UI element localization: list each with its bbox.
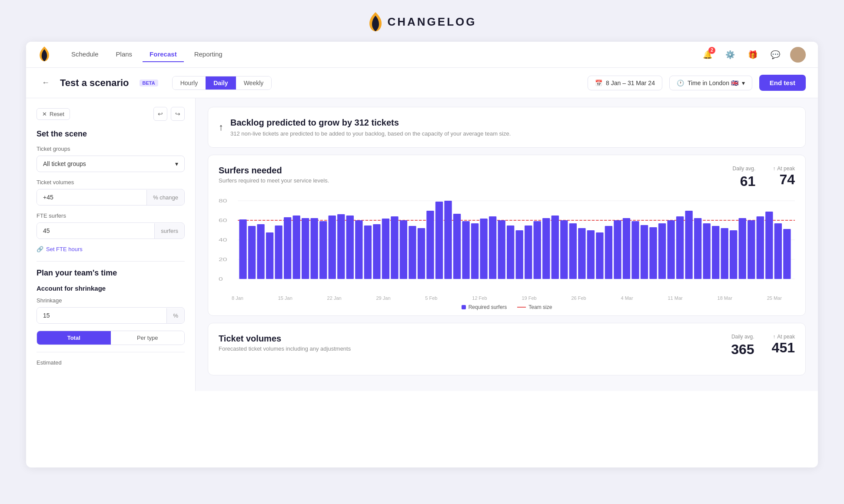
link-icon: 🔗 [37,246,43,252]
svg-rect-38 [480,219,487,279]
date-range-label: 8 Jan – 31 Mar 24 [606,80,655,86]
nav-forecast[interactable]: Forecast [143,47,184,62]
reset-button[interactable]: ✕ Reset [37,108,70,120]
svg-rect-69 [757,216,764,279]
svg-rect-13 [257,224,264,279]
svg-text:0: 0 [219,276,223,282]
svg-rect-57 [649,227,657,279]
svg-rect-55 [631,221,639,279]
legend-line-team [517,307,526,308]
shrinkage-input-group: % [37,307,185,324]
weekly-toggle[interactable]: Weekly [236,76,272,90]
svg-rect-48 [569,223,577,279]
gift-icon: 🎁 [748,50,758,60]
main-content: ↑ Backlog predicted to grow by 312 ticke… [196,98,818,391]
svg-text:40: 40 [219,237,227,242]
nav-plans[interactable]: Plans [109,47,140,62]
svg-rect-21 [329,216,336,279]
svg-rect-63 [703,223,710,279]
settings-button[interactable]: ⚙️ [722,47,738,63]
legend-surfers-label: Required surfers [469,304,507,310]
set-fte-hours-link[interactable]: 🔗 Set FTE hours [37,246,185,252]
surfers-subtitle: Surfers required to meet your service le… [219,177,329,184]
shrinkage-suffix: % [166,308,184,323]
x-label-11: 18 Mar [718,295,732,301]
svg-rect-52 [605,226,612,279]
daily-toggle[interactable]: Daily [206,76,236,90]
fte-surfers-input[interactable] [37,223,154,239]
surfers-stats: Daily avg. 61 ↑ At peak 74 [733,166,795,189]
surfers-card: Surfers needed Surfers required to meet … [208,155,806,316]
chevron-down-icon: ▾ [175,160,178,167]
undo-button[interactable]: ↩ [153,107,167,121]
sidebar-btn-row: ↩ ↪ [153,107,185,121]
svg-text:60: 60 [219,218,227,223]
x-label-9: 4 Mar [621,295,633,301]
ticket-volumes-input-group: % change [37,189,185,206]
time-toggle-group: Hourly Daily Weekly [172,76,272,90]
legend-dot-surfers [462,305,466,309]
svg-rect-32 [426,211,434,279]
end-test-button[interactable]: End test [759,75,806,91]
svg-rect-47 [560,220,568,279]
svg-rect-40 [498,220,505,279]
svg-rect-60 [676,216,684,279]
app-name: CHANGELOG [388,15,477,29]
ticket-volumes-stats: Daily avg. 365 ↑ At peak 451 [731,334,795,358]
surfers-peak-label: ↑ At peak [773,166,795,172]
ticket-daily-avg: Daily avg. 365 [731,334,754,358]
set-fte-hours-label: Set FTE hours [46,246,83,252]
sidebar-divider-2 [37,352,185,352]
svg-rect-15 [275,225,282,279]
redo-button[interactable]: ↪ [171,107,185,121]
back-button[interactable]: ← [38,76,53,89]
svg-rect-70 [765,212,773,279]
svg-rect-44 [534,221,541,279]
svg-rect-71 [774,223,782,279]
total-toggle[interactable]: Total [37,331,111,345]
ticket-volumes-left: Ticket volumes Forecasted ticket volumes… [219,334,351,352]
per-type-toggle[interactable]: Per type [111,331,185,345]
help-button[interactable]: 💬 [768,47,783,63]
hourly-toggle[interactable]: Hourly [173,76,206,90]
svg-rect-14 [266,232,273,279]
ticket-groups-select[interactable]: All ticket groups ▾ [37,156,185,172]
nav-right: 🔔 2 ⚙️ 🎁 💬 [700,47,806,63]
svg-rect-36 [462,221,469,279]
svg-rect-33 [435,202,443,279]
svg-rect-53 [614,220,621,279]
x-label-1: 8 Jan [232,295,243,301]
svg-rect-42 [516,230,523,279]
svg-rect-23 [346,216,354,279]
svg-rect-28 [391,216,398,279]
svg-text:20: 20 [219,257,227,262]
estimated-label: Estimated [37,359,185,366]
nav-schedule[interactable]: Schedule [64,47,106,62]
fte-surfers-input-group: surfers [37,222,185,239]
gift-button[interactable]: 🎁 [745,47,761,63]
svg-rect-16 [284,217,291,279]
nav-bar: Schedule Plans Forecast Reporting 🔔 2 ⚙️… [26,42,818,68]
svg-rect-25 [364,225,372,279]
surfers-chart-container: 80 60 40 20 0 [219,196,795,305]
app-container: Schedule Plans Forecast Reporting 🔔 2 ⚙️… [26,42,818,468]
logo-area: CHANGELOG [368,12,477,31]
x-label-6: 12 Feb [472,295,487,301]
timezone-button[interactable]: 🕐 Time in London 🇬🇧 ▾ [669,76,752,90]
surfers-card-left: Surfers needed Surfers required to meet … [219,166,329,184]
ticket-daily-avg-label: Daily avg. [731,334,754,340]
up-arrow-icon-2: ↑ [773,334,775,340]
main-layout: ✕ Reset ↩ ↪ Set the scene Ticket groups … [26,98,818,391]
avatar[interactable] [790,47,806,63]
svg-rect-31 [418,228,425,279]
surfers-daily-avg-label: Daily avg. [733,166,756,172]
nav-reporting[interactable]: Reporting [187,47,229,62]
toolbar-row: ← Test a scenario BETA Hourly Daily Week… [26,68,818,98]
ticket-volumes-suffix: % change [146,190,184,205]
ticket-volumes-input[interactable] [37,189,146,205]
date-picker-button[interactable]: 📅 8 Jan – 31 Mar 24 [588,76,662,90]
svg-rect-45 [542,218,550,279]
notification-button[interactable]: 🔔 2 [700,47,715,63]
top-header: CHANGELOG [0,0,844,42]
shrinkage-input[interactable] [37,308,166,323]
